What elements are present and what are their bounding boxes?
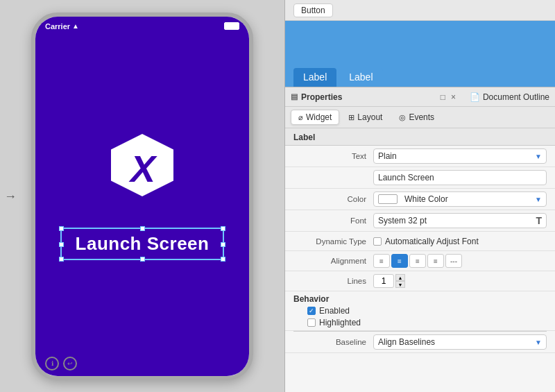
close-button[interactable]: ×: [451, 92, 456, 102]
hexagon-logo: X: [104, 130, 180, 207]
doc-outline-label: Document Outline: [483, 92, 549, 102]
launch-label-container[interactable]: Launch Screen: [60, 228, 225, 260]
enabled-checkbox[interactable]: [307, 307, 316, 315]
top-tab-area: Label Label: [285, 21, 555, 87]
lines-number-input[interactable]: [373, 274, 394, 288]
prop-lines-row: Lines ▲ ▼: [285, 271, 555, 291]
properties-section: ▤ Properties □ × 📄 Document Outline ⌀ Wi…: [285, 87, 555, 392]
hex-letter: X: [130, 147, 154, 190]
right-panel: Button Label Label ▤ Properties □ × 📄 Do…: [284, 0, 555, 392]
prop-color-value: White Color ▼: [373, 191, 547, 207]
prop-color-label: Color: [293, 195, 373, 203]
phone-frame: Carrier ▲ X Launch Screen: [31, 12, 253, 380]
prop-lines-label: Lines: [293, 277, 373, 285]
properties-panel-icon: ▤: [291, 92, 298, 101]
battery-icon: [224, 22, 239, 30]
document-outline-button[interactable]: 📄 Document Outline: [470, 92, 549, 102]
text-value-input[interactable]: [373, 170, 547, 185]
tab-events[interactable]: ◎ Events: [391, 110, 442, 125]
color-dropdown-arrow: ▼: [535, 196, 542, 203]
tab-layout[interactable]: ⊞ Layout: [341, 110, 390, 125]
handle-tr[interactable]: [221, 226, 225, 231]
tab-label-1[interactable]: Label: [293, 68, 336, 87]
launch-label-text: Launch Screen: [76, 233, 210, 254]
prop-baseline-value: Align Baselines ▼: [373, 334, 547, 350]
layout-label: Layout: [357, 112, 382, 122]
lines-decrement-button[interactable]: ▼: [395, 281, 405, 288]
prop-lines-value: ▲ ▼: [373, 274, 547, 288]
prop-dynamic-type-label: Dynamic Type: [293, 237, 373, 246]
handle-tl[interactable]: [59, 226, 64, 231]
handle-br[interactable]: [221, 257, 225, 262]
baseline-dropdown[interactable]: Align Baselines ▼: [373, 334, 547, 350]
prop-alignment-label: Alignment: [293, 257, 373, 265]
dynamic-type-checkbox[interactable]: [373, 237, 382, 246]
prop-dynamic-type-value: Automatically Adjust Font: [373, 237, 547, 246]
sub-tabs: ⌀ Widget ⊞ Layout ◎ Events: [285, 107, 555, 128]
label-tabs: Label Label: [285, 21, 555, 87]
prop-text-input-area: [373, 170, 547, 185]
handle-lm[interactable]: [59, 242, 64, 247]
prop-text-row: Text Plain ▼: [285, 146, 555, 167]
widget-icon: ⌀: [298, 113, 303, 122]
color-value-text: White Color: [404, 194, 448, 204]
prop-font-label: Font: [293, 216, 373, 225]
carrier-label: Carrier: [45, 22, 70, 31]
highlighted-label: Highlighted: [319, 318, 361, 327]
enabled-label: Enabled: [319, 306, 350, 316]
text-type-value: Plain: [378, 151, 397, 161]
tab-label-2[interactable]: Label: [339, 68, 382, 87]
enabled-row: Enabled: [307, 306, 547, 316]
behavior-title: Behavior: [293, 294, 547, 304]
prop-alignment-value: ≡ ≡ ≡ ≡ ---: [373, 254, 547, 268]
align-justify-button[interactable]: ≡: [427, 254, 444, 268]
lines-input-group: ▲ ▼: [373, 274, 405, 288]
prop-color-row: Color White Color ▼: [285, 189, 555, 210]
simulator-panel: → Carrier ▲ X: [0, 0, 284, 392]
align-natural-button[interactable]: ---: [445, 254, 462, 268]
align-left-button[interactable]: ≡: [373, 254, 390, 268]
properties-title-area: ▤ Properties: [291, 92, 441, 102]
bottom-icon-2[interactable]: ↩: [63, 357, 77, 370]
doc-outline-icon: 📄: [470, 92, 480, 102]
baseline-value-text: Align Baselines: [378, 337, 435, 347]
tab-widget[interactable]: ⌀ Widget: [291, 110, 339, 125]
handle-rm[interactable]: [221, 242, 225, 247]
prop-text-label: Text: [293, 152, 373, 160]
properties-title-text: Properties: [301, 92, 342, 102]
font-value-text: System 32 pt: [378, 216, 427, 225]
minimize-button[interactable]: □: [441, 92, 445, 102]
widget-label: Widget: [306, 112, 332, 122]
text-type-dropdown[interactable]: Plain ▼: [373, 148, 547, 164]
layout-icon: ⊞: [348, 113, 355, 122]
prop-baseline-row: Baseline Align Baselines ▼: [285, 332, 555, 353]
dynamic-type-text: Automatically Adjust Font: [385, 237, 479, 246]
font-field[interactable]: System 32 pt T: [373, 213, 547, 228]
highlighted-checkbox[interactable]: [307, 318, 316, 327]
carrier-area: Carrier ▲: [45, 22, 79, 31]
align-center-button[interactable]: ≡: [391, 254, 408, 268]
align-right-button[interactable]: ≡: [409, 254, 426, 268]
label-section-title: Label: [285, 128, 555, 146]
arrow-icon: →: [4, 189, 17, 203]
header-actions: □ ×: [441, 92, 456, 102]
lines-increment-button[interactable]: ▲: [395, 274, 405, 281]
button-row: Button: [285, 0, 555, 21]
lines-stepper: ▲ ▼: [395, 274, 405, 288]
wifi-icon: ▲: [72, 22, 79, 30]
bottom-icon-1[interactable]: ℹ: [45, 357, 59, 370]
prop-alignment-row: Alignment ≡ ≡ ≡ ≡ ---: [285, 251, 555, 271]
events-icon: ◎: [399, 113, 406, 122]
button-item[interactable]: Button: [293, 3, 333, 17]
handle-bm[interactable]: [140, 257, 145, 262]
font-T-icon: T: [536, 215, 542, 226]
behavior-checkboxes: Enabled Highlighted: [293, 306, 547, 327]
phone-bottom-bar: ℹ ↩: [45, 357, 77, 370]
highlighted-row: Highlighted: [307, 318, 547, 327]
prop-dynamic-type-row: Dynamic Type Automatically Adjust Font: [285, 232, 555, 251]
handle-bl[interactable]: [59, 257, 64, 262]
handle-tm[interactable]: [140, 226, 145, 231]
color-dropdown[interactable]: White Color ▼: [373, 191, 547, 207]
text-type-arrow: ▼: [535, 153, 542, 160]
phone-content: X Launch Screen ℹ: [35, 36, 249, 376]
